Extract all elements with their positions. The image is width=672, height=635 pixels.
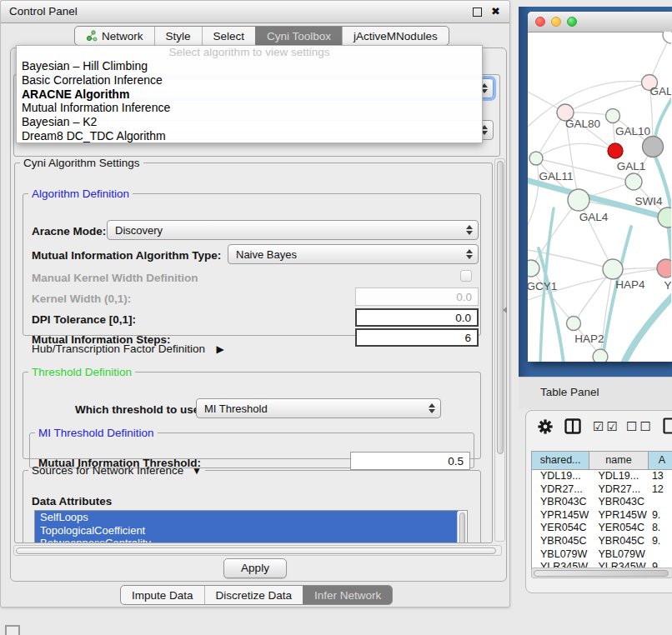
table-cell[interactable]: YBR043C	[532, 496, 589, 509]
split-pane-collapse-icon[interactable]	[503, 307, 507, 313]
network-node-y-node[interactable]	[657, 259, 671, 278]
kernel-width-field[interactable]: 0.0	[355, 288, 479, 306]
network-node-edge-node[interactable]	[663, 32, 671, 43]
network-node-gal10[interactable]	[606, 109, 620, 123]
mi-steps-field[interactable]: 6	[355, 328, 479, 347]
table-cell[interactable]: YDR27...	[532, 483, 589, 497]
document-icon[interactable]	[663, 418, 672, 434]
tab-cyni-toolbox[interactable]: Cyni Toolbox	[255, 27, 342, 45]
algorithm-option-basic-correlation-inference[interactable]: Basic Correlation Inference	[17, 73, 482, 88]
tab-jactivemnodules[interactable]: jActiveMNodules	[342, 27, 449, 45]
float-window-icon[interactable]	[473, 8, 482, 17]
list-scrollbar-thumb[interactable]	[459, 512, 465, 543]
network-node-hap2[interactable]	[567, 317, 581, 331]
table-cell[interactable]: YDR27...	[589, 483, 648, 497]
close-traffic-light[interactable]	[535, 17, 545, 27]
tab-discretize-data[interactable]: Discretize Data	[204, 586, 303, 604]
dpi-tolerance-field[interactable]: 0.0	[355, 308, 479, 327]
table-cell[interactable]	[649, 496, 672, 509]
table-cell[interactable]: YBR045C	[532, 535, 589, 548]
network-canvas[interactable]: GALGAL80GAL10GAL11GAL1SWI4GAL4GCY1HAP4YH…	[528, 32, 671, 362]
table-cell[interactable]: 13	[649, 470, 672, 483]
network-node-gcy1[interactable]	[528, 260, 539, 277]
network-node-gal4[interactable]	[568, 189, 589, 211]
list-scrollbar[interactable]	[457, 511, 466, 543]
attribute-item-betweennesscentrality[interactable]: BetweennessCentrality	[35, 537, 462, 543]
attribute-item-topologicalcoefficient[interactable]: TopologicalCoefficient	[35, 524, 462, 538]
network-edge-highlighted[interactable]	[655, 98, 671, 138]
network-node-swi4[interactable]	[658, 208, 671, 228]
select-all-checkboxes-icon[interactable]: ☑☑	[593, 419, 620, 434]
column-header-a[interactable]: A	[649, 452, 672, 470]
table-cell[interactable]: YDL19...	[589, 470, 648, 483]
table-cell[interactable]: YER054C	[589, 522, 648, 535]
network-node-red-node[interactable]	[608, 143, 623, 158]
table-hscrollbar-thumb[interactable]	[534, 570, 669, 577]
table-cell[interactable]: YPR145W	[589, 509, 648, 522]
algorithm-option-mutual-information-inference[interactable]: Mutual Information Inference	[17, 101, 482, 115]
table-cell[interactable]: YPR145W	[532, 509, 589, 522]
table-cell[interactable]: 12	[649, 483, 672, 497]
network-edge-highlighted[interactable]	[602, 227, 631, 362]
algorithm-option-dream8-dc-tdc-algorithm[interactable]: Dream8 DC_TDC Algorithm	[17, 129, 482, 143]
table-cell[interactable]: YBL079W	[589, 548, 648, 562]
hub-definition-expander[interactable]: Hub/Transcription Factor Definition ▶	[32, 341, 224, 356]
data-attributes-list[interactable]: SelfLoopsTopologicalCoefficientBetweenne…	[34, 510, 468, 543]
network-node-gray-node[interactable]	[643, 137, 664, 158]
table-row[interactable]: YER054CYER054C8.	[532, 522, 672, 535]
network-edge-highlighted[interactable]	[624, 292, 671, 362]
algorithm-option-bayesian-k2[interactable]: Bayesian – K2	[17, 115, 482, 129]
tab-select[interactable]: Select	[202, 27, 256, 45]
network-edge[interactable]	[565, 82, 649, 112]
column-header-shared[interactable]: shared...	[532, 452, 589, 470]
manual-kernel-checkbox[interactable]	[460, 270, 472, 282]
which-threshold-combo[interactable]: MI Threshold	[196, 398, 441, 418]
network-node-gal11[interactable]	[529, 152, 543, 165]
settings-hscrollbar[interactable]	[13, 545, 502, 556]
tab-impute-data[interactable]: Impute Data	[121, 586, 204, 604]
settings-hscrollbar-thumb[interactable]	[16, 548, 496, 554]
network-window-titlebar[interactable]	[528, 12, 672, 32]
table-cell[interactable]: YER054C	[532, 522, 589, 535]
column-header-name[interactable]: name	[589, 452, 648, 470]
deselect-all-checkboxes-icon[interactable]: ☐☐	[626, 419, 654, 434]
network-edge[interactable]	[528, 158, 539, 225]
minimize-traffic-light[interactable]	[551, 17, 561, 27]
table-cell[interactable]: YBR045C	[589, 535, 648, 548]
table-cell[interactable]: 9.	[649, 535, 672, 548]
tab-infer-network[interactable]: Infer Network	[303, 586, 392, 604]
apply-button[interactable]: Apply	[223, 558, 287, 578]
network-view-window[interactable]: GALGAL80GAL10GAL11GAL1SWI4GAL4GCY1HAP4YH…	[528, 12, 672, 362]
table-row[interactable]: YPR145WYPR145W9.	[532, 509, 672, 522]
network-edge[interactable]	[531, 200, 579, 268]
tab-network[interactable]: Network	[75, 27, 154, 45]
network-node-gal1[interactable]	[625, 173, 642, 190]
close-icon[interactable]: ✖	[491, 4, 500, 19]
table-row[interactable]: YDR27...YDR27...12	[532, 483, 672, 497]
network-node-bottom-node[interactable]	[593, 349, 608, 362]
minimized-panel-icon[interactable]	[5, 625, 20, 635]
table-cell[interactable]: YBR043C	[589, 496, 648, 509]
algorithm-option-bayesian-hill-climbing[interactable]: Bayesian – Hill Climbing	[17, 59, 482, 73]
zoom-traffic-light[interactable]	[567, 17, 577, 27]
table-cell[interactable]: 8.	[649, 522, 672, 535]
settings-vscrollbar[interactable]	[494, 158, 505, 542]
aracne-mode-combo[interactable]: Discovery	[107, 220, 479, 240]
algorithm-option-aracne-algorithm[interactable]: ARACNE Algorithm	[17, 88, 482, 102]
table-row[interactable]: YBR043CYBR043C	[532, 496, 672, 509]
network-node-hap4[interactable]	[603, 259, 623, 279]
attribute-item-selfloops[interactable]: SelfLoops	[35, 511, 462, 524]
mi-algorithm-type-combo[interactable]: Naive Bayes	[228, 244, 479, 264]
table-cell[interactable]	[649, 548, 672, 562]
collapse-down-icon[interactable]: ▼	[192, 465, 202, 477]
tab-style[interactable]: Style	[154, 27, 202, 45]
split-columns-icon[interactable]	[564, 418, 581, 434]
table-row[interactable]: YDL19...YDL19...13	[532, 470, 672, 483]
table-row[interactable]: YBR045CYBR045C9.	[532, 535, 672, 548]
network-edge[interactable]	[536, 143, 615, 158]
table-cell[interactable]: 9.	[649, 509, 672, 522]
gear-icon[interactable]	[538, 419, 553, 434]
table-row[interactable]: YBL079WYBL079W	[532, 548, 672, 562]
table-cell[interactable]: YBL079W	[532, 548, 589, 562]
table-hscrollbar[interactable]	[531, 568, 672, 578]
